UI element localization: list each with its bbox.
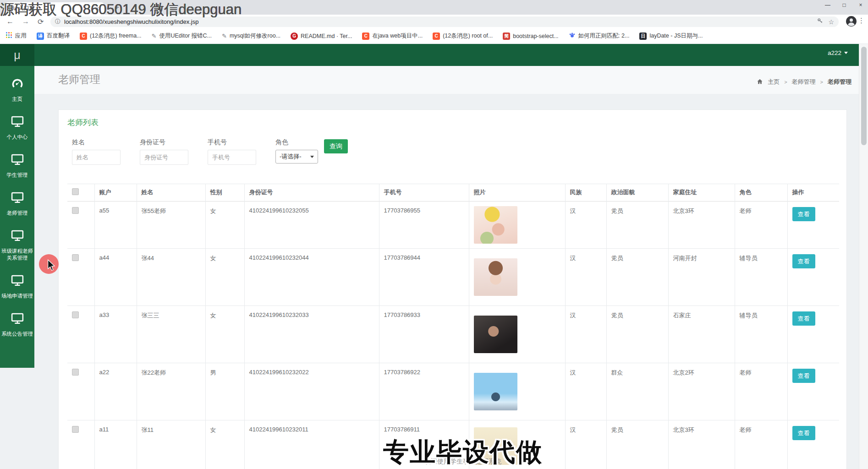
close-button[interactable]: ×: [857, 2, 864, 8]
cell-role: 老师: [735, 420, 787, 469]
sidebar-item-system-notice[interactable]: 系统公告管理: [0, 306, 34, 344]
cell-name: 张55老师: [137, 202, 205, 249]
phone-filter-input[interactable]: [208, 150, 256, 165]
chevron-down-icon: [310, 156, 314, 158]
minimize-button[interactable]: —: [824, 2, 831, 8]
col-photo: 照片: [469, 184, 565, 202]
cursor-arrow-icon: [47, 259, 55, 273]
breadcrumb-home[interactable]: 主页: [768, 78, 780, 86]
bookmark-apps[interactable]: 应用: [5, 32, 27, 40]
laydate-icon: 日: [639, 33, 647, 40]
col-phone: 手机号: [379, 184, 469, 202]
teacher-photo: [474, 316, 517, 353]
bookmarks-bar: 应用 译 百度翻译 C (12条消息) freema... ✎ 使用UEdito…: [0, 28, 868, 44]
table-header-row: 账户 姓名 性别 身份证号 手机号 照片 民族 政治面貌 家庭住址 角色 操作: [67, 184, 839, 202]
cell-politics: 党员: [606, 202, 668, 249]
sidebar-item-home[interactable]: 主页: [0, 71, 34, 109]
name-filter-input[interactable]: [72, 150, 121, 165]
view-button[interactable]: 查看: [792, 254, 815, 268]
scrollbar-thumb[interactable]: [861, 47, 867, 145]
col-role: 角色: [735, 184, 787, 202]
cell-politics: 党员: [606, 306, 668, 363]
view-button[interactable]: 查看: [792, 369, 815, 383]
cell-phone: 17703786933: [379, 306, 469, 363]
query-button[interactable]: 查询: [324, 139, 348, 153]
more-menu-icon[interactable]: ⋮: [858, 16, 865, 25]
cell-phone: 17703786944: [379, 249, 469, 306]
home-icon: [757, 78, 763, 86]
sidebar-item-teacher-mgmt[interactable]: 老师管理: [0, 185, 34, 224]
row-checkbox[interactable]: [72, 207, 79, 214]
apps-grid-icon: [5, 32, 12, 40]
bookmark-item[interactable]: 简 bootstrap-select...: [503, 33, 558, 40]
app-header: [0, 44, 859, 66]
cell-address: 石家庄: [668, 306, 735, 363]
bookmark-item[interactable]: 译 百度翻译: [37, 32, 70, 40]
maximize-button[interactable]: □: [841, 2, 848, 8]
bookmark-item[interactable]: ✎ 使用UEditor 报错C...: [152, 32, 212, 40]
col-politics: 政治面貌: [606, 184, 668, 202]
monitor-icon: [11, 191, 24, 206]
col-address: 家庭住址: [668, 184, 735, 202]
bookmark-item[interactable]: G README.md · Ter...: [291, 33, 352, 40]
page-title: 老师管理: [58, 72, 100, 87]
breadcrumb-teacher-mgmt[interactable]: 老师管理: [792, 78, 816, 86]
col-account: 账户: [94, 184, 137, 202]
cell-address: 北京3环: [668, 202, 735, 249]
cell-name: 张44: [137, 249, 205, 306]
cell-account: a55: [94, 202, 137, 249]
row-checkbox[interactable]: [72, 311, 79, 318]
idcard-filter-label: 身份证号: [140, 138, 188, 147]
row-checkbox[interactable]: [72, 254, 79, 261]
phone-filter-label: 手机号: [208, 138, 256, 147]
teacher-table: 账户 姓名 性别 身份证号 手机号 照片 民族 政治面貌 家庭住址 角色 操作: [67, 184, 839, 469]
cell-role: 辅导员: [735, 306, 787, 363]
view-button[interactable]: 查看: [792, 311, 815, 326]
cell-nation: 汉: [565, 363, 606, 420]
sidebar-item-personal-center[interactable]: 个人中心: [0, 109, 34, 147]
view-button[interactable]: 查看: [792, 207, 815, 221]
avatar[interactable]: [846, 16, 857, 29]
bookmark-item[interactable]: C 在java web项目中...: [362, 32, 423, 40]
cell-role: 老师: [735, 202, 787, 249]
scrollbar: [859, 44, 868, 469]
bookmark-item[interactable]: C (12条消息) root of...: [433, 32, 493, 40]
idcard-filter-input[interactable]: [140, 150, 188, 165]
caret-down-icon: [844, 52, 848, 54]
bookmark-item[interactable]: C (12条消息) freema...: [80, 32, 142, 40]
teacher-photo: [474, 258, 517, 296]
cell-idcard: 410224199610232055: [244, 202, 379, 249]
bookmark-item[interactable]: 日 layDate - JS日期与...: [639, 32, 703, 40]
row-checkbox[interactable]: [72, 369, 79, 376]
sidebar-item-student-mgmt[interactable]: 学生管理: [0, 147, 34, 185]
cell-politics: 党员: [606, 420, 668, 469]
bookmark-item[interactable]: 如何用正则匹配: 2...: [569, 32, 630, 40]
cell-idcard: 410224199610232033: [244, 306, 379, 363]
key-icon[interactable]: [817, 17, 824, 26]
dashboard-icon: [11, 76, 24, 92]
page-header: [34, 66, 859, 94]
sidebar-item-venue-apply[interactable]: 场地申请管理: [0, 268, 34, 306]
view-button[interactable]: 查看: [792, 426, 815, 440]
sidebar-item-class-course-teacher[interactable]: 班级课程老师关系管理: [0, 224, 34, 268]
cell-phone: 17703786955: [379, 202, 469, 249]
breadcrumb-separator: >: [820, 79, 823, 85]
select-all-checkbox[interactable]: [72, 188, 79, 195]
csdn-icon: C: [362, 33, 369, 40]
cell-politics: 群众: [606, 363, 668, 420]
cell-gender: 女: [205, 420, 244, 469]
cell-account: a33: [94, 306, 137, 363]
cell-gender: 女: [205, 202, 244, 249]
pen-icon: ✎: [152, 33, 157, 39]
user-menu[interactable]: a222: [828, 49, 848, 56]
row-checkbox[interactable]: [72, 426, 79, 433]
bookmark-item[interactable]: ✎ mysql如何修改roo...: [222, 32, 280, 40]
cell-name: 张11: [137, 420, 205, 469]
star-icon[interactable]: ☆: [828, 18, 834, 26]
cell-nation: 汉: [565, 249, 606, 306]
breadcrumb-current: 老师管理: [828, 78, 852, 86]
role-select[interactable]: -请选择-: [275, 150, 318, 164]
url-text[interactable]: localhost:8080/xueshengshiwuchulixitong/…: [64, 18, 817, 25]
cell-address: 北京2环: [668, 363, 735, 420]
teacher-list-card: 老师列表 姓名 身份证号 手机号 角色 -请选择-: [58, 109, 847, 469]
